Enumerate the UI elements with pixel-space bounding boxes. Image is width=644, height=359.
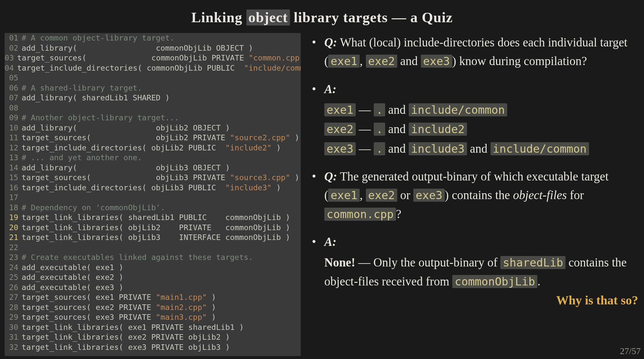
code-content: add_library( objLib2 OBJECT ) — [22, 123, 230, 133]
code-line: 18# Dependency on 'commonObjLib'. — [5, 203, 301, 213]
code-line: 17 — [5, 193, 301, 203]
code-line: 05 — [5, 73, 301, 83]
code-line: 22 — [5, 243, 301, 253]
code-inline: exe3 — [421, 55, 452, 68]
code-content: target_link_libraries( exe1 PRIVATE shar… — [22, 322, 244, 333]
line-number: 21 — [5, 232, 22, 243]
a-label: A: — [324, 235, 336, 248]
code-content: add_library( sharedLib1 SHARED ) — [22, 93, 170, 103]
code-content: add_library( objLib3 OBJECT ) — [22, 163, 230, 173]
code-inline: . — [374, 123, 385, 136]
line-number: 03 — [5, 53, 17, 63]
slide: Linking object library targets — a Quiz … — [0, 0, 644, 359]
code-line: 23# Create executables linked against th… — [5, 252, 301, 263]
code-block: 01# A common object-library target.02add… — [5, 33, 301, 356]
code-content: target_link_libraries( sharedLib1 PUBLIC… — [22, 213, 290, 223]
code-inline: . — [374, 142, 385, 155]
q1-item: Q: What (local) include-directories does… — [310, 33, 638, 71]
code-content: target_include_directories( objLib2 PUBL… — [22, 143, 281, 153]
answer-line: exe2 — . and include2 — [324, 120, 638, 138]
code-line: 09# Another object-library target... — [5, 113, 301, 123]
line-number: 31 — [5, 332, 22, 342]
code-inline: commonObjLib — [452, 275, 537, 288]
code-line: 06# A shared-library target. — [5, 83, 301, 93]
code-line: 26add_executable( exe3 ) — [5, 282, 301, 293]
code-line: 10add_library( objLib2 OBJECT ) — [5, 123, 301, 133]
code-inline: exe1 — [328, 55, 360, 68]
code-content: add_executable( exe1 ) — [22, 263, 123, 273]
line-number: 27 — [5, 292, 22, 302]
line-number: 22 — [5, 243, 22, 253]
code-content: target_include_directories( objLib3 PUBL… — [22, 183, 281, 193]
answer-line: exe3 — . and include3 and include/common — [324, 139, 638, 158]
why-question: Why is that so? — [324, 291, 638, 310]
line-number: 01 — [5, 33, 22, 43]
code-content: target_sources( exe2 PRIVATE "main2.cpp"… — [22, 302, 216, 313]
code-inline: include2 — [409, 123, 467, 136]
line-number: 09 — [5, 113, 22, 123]
line-number: 12 — [5, 143, 22, 153]
line-number: 30 — [5, 322, 22, 333]
code-content: add_executable( exe3 ) — [22, 282, 123, 293]
code-inline: exe2 — [366, 55, 397, 68]
code-line: 15target_sources( objLib3 PRIVATE "sourc… — [5, 173, 301, 183]
line-number: 26 — [5, 282, 22, 293]
code-inline: exe3 — [413, 189, 445, 202]
code-inline: include/common — [491, 142, 589, 155]
code-content: # ... and yet another one. — [22, 153, 142, 163]
code-line: 01# A common object-library target. — [5, 33, 301, 43]
answer-text: None! — Only the output-binary of shared… — [324, 253, 638, 310]
code-line: 24add_executable( exe1 ) — [5, 263, 301, 273]
q2-item: Q: The generated output-binary of which … — [310, 167, 638, 223]
code-line: 12target_include_directories( objLib2 PU… — [5, 143, 301, 153]
slide-title: Linking object library targets — a Quiz — [0, 0, 644, 33]
code-inline: include3 — [409, 142, 467, 155]
code-line: 27target_sources( exe1 PRIVATE "main1.cp… — [5, 292, 301, 302]
code-content: # Another object-library target... — [22, 113, 179, 123]
code-content: add_executable( exe2 ) — [22, 272, 123, 282]
line-number: 18 — [5, 203, 22, 213]
line-number: 23 — [5, 252, 22, 263]
code-line: 02add_library( commonObjLib OBJECT ) — [5, 43, 301, 53]
answer-line: exe1 — . and include/common — [324, 100, 638, 119]
code-content: target_include_directories( commonObjLib… — [17, 63, 301, 73]
q-label: Q: — [324, 36, 337, 49]
line-number: 20 — [5, 223, 22, 233]
line-number: 17 — [5, 193, 22, 203]
code-inline: sharedLib — [500, 256, 565, 269]
slide-body: 01# A common object-library target.02add… — [0, 33, 644, 356]
line-number: 02 — [5, 43, 22, 53]
code-inline: common.cpp — [324, 208, 396, 221]
line-number: 14 — [5, 163, 22, 173]
line-number: 24 — [5, 263, 22, 273]
code-line: 28target_sources( exe2 PRIVATE "main2.cp… — [5, 302, 301, 313]
title-part-2: library targets — a Quiz — [290, 9, 453, 26]
line-number: 28 — [5, 302, 22, 313]
code-line: 13# ... and yet another one. — [5, 153, 301, 163]
code-inline: exe3 — [324, 142, 356, 155]
code-content: target_sources( objLib3 PRIVATE "source3… — [22, 173, 299, 183]
line-number: 25 — [5, 272, 22, 282]
line-number: 29 — [5, 312, 22, 322]
line-number: 13 — [5, 153, 22, 163]
line-number: 08 — [5, 103, 22, 113]
a1-item: A: exe1 — . and include/commonexe2 — . a… — [310, 80, 638, 158]
line-number: 19 — [5, 213, 22, 223]
code-content: target_link_libraries( objLib3 INTERFACE… — [22, 232, 290, 243]
a2-item: A: None! — Only the output-binary of sha… — [310, 232, 638, 310]
line-number: 11 — [5, 133, 22, 143]
code-content: add_library( commonObjLib OBJECT ) — [22, 43, 253, 53]
code-line: 29target_sources( exe3 PRIVATE "main3.cp… — [5, 312, 301, 322]
a-label: A: — [324, 82, 336, 96]
code-line: 20target_link_libraries( objLib2 PRIVATE… — [5, 223, 301, 233]
code-line: 31target_link_libraries( exe2 PRIVATE ob… — [5, 332, 301, 342]
line-number: 07 — [5, 93, 22, 103]
prose-pane: Q: What (local) include-directories does… — [310, 33, 638, 356]
answer-lines: exe1 — . and include/commonexe2 — . and … — [324, 100, 638, 158]
line-number: 32 — [5, 342, 22, 352]
code-line: 21target_link_libraries( objLib3 INTERFA… — [5, 232, 301, 243]
code-inline: exe1 — [324, 103, 356, 116]
code-content: # Create executables linked against thes… — [22, 252, 253, 263]
code-line: 03target_sources( commonObjLib PRIVATE "… — [5, 53, 301, 63]
line-number: 04 — [5, 63, 17, 73]
